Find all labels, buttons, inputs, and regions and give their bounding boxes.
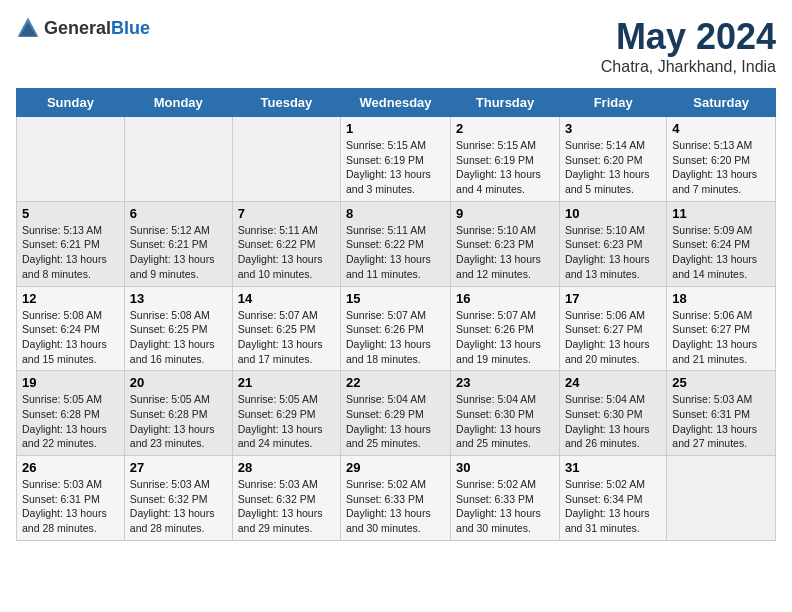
day-info: Sunrise: 5:11 AM Sunset: 6:22 PM Dayligh… [346, 223, 445, 282]
day-number: 5 [22, 206, 119, 221]
calendar-cell: 26Sunrise: 5:03 AM Sunset: 6:31 PM Dayli… [17, 456, 125, 541]
logo-blue: Blue [111, 18, 150, 38]
calendar-cell: 1Sunrise: 5:15 AM Sunset: 6:19 PM Daylig… [341, 117, 451, 202]
column-header-wednesday: Wednesday [341, 89, 451, 117]
day-number: 28 [238, 460, 335, 475]
day-info: Sunrise: 5:07 AM Sunset: 6:25 PM Dayligh… [238, 308, 335, 367]
logo-icon [16, 16, 40, 40]
day-number: 29 [346, 460, 445, 475]
calendar-cell: 20Sunrise: 5:05 AM Sunset: 6:28 PM Dayli… [124, 371, 232, 456]
day-number: 6 [130, 206, 227, 221]
day-number: 13 [130, 291, 227, 306]
calendar-cell: 3Sunrise: 5:14 AM Sunset: 6:20 PM Daylig… [559, 117, 666, 202]
day-number: 19 [22, 375, 119, 390]
calendar-cell: 7Sunrise: 5:11 AM Sunset: 6:22 PM Daylig… [232, 201, 340, 286]
calendar-cell: 11Sunrise: 5:09 AM Sunset: 6:24 PM Dayli… [667, 201, 776, 286]
column-header-monday: Monday [124, 89, 232, 117]
column-header-thursday: Thursday [451, 89, 560, 117]
day-info: Sunrise: 5:07 AM Sunset: 6:26 PM Dayligh… [456, 308, 554, 367]
column-header-saturday: Saturday [667, 89, 776, 117]
day-info: Sunrise: 5:09 AM Sunset: 6:24 PM Dayligh… [672, 223, 770, 282]
day-number: 2 [456, 121, 554, 136]
calendar-cell: 18Sunrise: 5:06 AM Sunset: 6:27 PM Dayli… [667, 286, 776, 371]
calendar-header-row: SundayMondayTuesdayWednesdayThursdayFrid… [17, 89, 776, 117]
calendar-week-row: 19Sunrise: 5:05 AM Sunset: 6:28 PM Dayli… [17, 371, 776, 456]
calendar-cell: 13Sunrise: 5:08 AM Sunset: 6:25 PM Dayli… [124, 286, 232, 371]
calendar-cell: 14Sunrise: 5:07 AM Sunset: 6:25 PM Dayli… [232, 286, 340, 371]
day-info: Sunrise: 5:10 AM Sunset: 6:23 PM Dayligh… [456, 223, 554, 282]
calendar-cell: 27Sunrise: 5:03 AM Sunset: 6:32 PM Dayli… [124, 456, 232, 541]
day-info: Sunrise: 5:02 AM Sunset: 6:33 PM Dayligh… [456, 477, 554, 536]
day-number: 30 [456, 460, 554, 475]
calendar-cell [17, 117, 125, 202]
day-info: Sunrise: 5:15 AM Sunset: 6:19 PM Dayligh… [346, 138, 445, 197]
day-number: 22 [346, 375, 445, 390]
calendar-cell [667, 456, 776, 541]
day-info: Sunrise: 5:07 AM Sunset: 6:26 PM Dayligh… [346, 308, 445, 367]
calendar-cell: 28Sunrise: 5:03 AM Sunset: 6:32 PM Dayli… [232, 456, 340, 541]
day-number: 8 [346, 206, 445, 221]
logo: GeneralBlue [16, 16, 150, 40]
day-info: Sunrise: 5:14 AM Sunset: 6:20 PM Dayligh… [565, 138, 661, 197]
calendar-cell: 25Sunrise: 5:03 AM Sunset: 6:31 PM Dayli… [667, 371, 776, 456]
day-number: 12 [22, 291, 119, 306]
calendar-table: SundayMondayTuesdayWednesdayThursdayFrid… [16, 88, 776, 541]
day-info: Sunrise: 5:05 AM Sunset: 6:28 PM Dayligh… [22, 392, 119, 451]
day-info: Sunrise: 5:12 AM Sunset: 6:21 PM Dayligh… [130, 223, 227, 282]
title-area: May 2024 Chatra, Jharkhand, India [601, 16, 776, 76]
day-number: 11 [672, 206, 770, 221]
calendar-cell [232, 117, 340, 202]
calendar-cell [124, 117, 232, 202]
day-number: 18 [672, 291, 770, 306]
logo-general: General [44, 18, 111, 38]
calendar-cell: 6Sunrise: 5:12 AM Sunset: 6:21 PM Daylig… [124, 201, 232, 286]
calendar-cell: 4Sunrise: 5:13 AM Sunset: 6:20 PM Daylig… [667, 117, 776, 202]
day-number: 27 [130, 460, 227, 475]
day-info: Sunrise: 5:13 AM Sunset: 6:20 PM Dayligh… [672, 138, 770, 197]
day-info: Sunrise: 5:10 AM Sunset: 6:23 PM Dayligh… [565, 223, 661, 282]
day-number: 10 [565, 206, 661, 221]
calendar-week-row: 26Sunrise: 5:03 AM Sunset: 6:31 PM Dayli… [17, 456, 776, 541]
day-number: 25 [672, 375, 770, 390]
day-info: Sunrise: 5:02 AM Sunset: 6:34 PM Dayligh… [565, 477, 661, 536]
day-number: 20 [130, 375, 227, 390]
calendar-week-row: 5Sunrise: 5:13 AM Sunset: 6:21 PM Daylig… [17, 201, 776, 286]
calendar-cell: 10Sunrise: 5:10 AM Sunset: 6:23 PM Dayli… [559, 201, 666, 286]
day-number: 21 [238, 375, 335, 390]
day-info: Sunrise: 5:08 AM Sunset: 6:24 PM Dayligh… [22, 308, 119, 367]
day-info: Sunrise: 5:11 AM Sunset: 6:22 PM Dayligh… [238, 223, 335, 282]
day-number: 14 [238, 291, 335, 306]
calendar-cell: 31Sunrise: 5:02 AM Sunset: 6:34 PM Dayli… [559, 456, 666, 541]
day-info: Sunrise: 5:15 AM Sunset: 6:19 PM Dayligh… [456, 138, 554, 197]
calendar-cell: 17Sunrise: 5:06 AM Sunset: 6:27 PM Dayli… [559, 286, 666, 371]
day-info: Sunrise: 5:02 AM Sunset: 6:33 PM Dayligh… [346, 477, 445, 536]
day-info: Sunrise: 5:04 AM Sunset: 6:30 PM Dayligh… [565, 392, 661, 451]
calendar-cell: 5Sunrise: 5:13 AM Sunset: 6:21 PM Daylig… [17, 201, 125, 286]
day-number: 26 [22, 460, 119, 475]
day-number: 23 [456, 375, 554, 390]
calendar-cell: 21Sunrise: 5:05 AM Sunset: 6:29 PM Dayli… [232, 371, 340, 456]
calendar-cell: 24Sunrise: 5:04 AM Sunset: 6:30 PM Dayli… [559, 371, 666, 456]
day-info: Sunrise: 5:05 AM Sunset: 6:29 PM Dayligh… [238, 392, 335, 451]
day-info: Sunrise: 5:06 AM Sunset: 6:27 PM Dayligh… [565, 308, 661, 367]
day-info: Sunrise: 5:05 AM Sunset: 6:28 PM Dayligh… [130, 392, 227, 451]
calendar-cell: 9Sunrise: 5:10 AM Sunset: 6:23 PM Daylig… [451, 201, 560, 286]
calendar-cell: 16Sunrise: 5:07 AM Sunset: 6:26 PM Dayli… [451, 286, 560, 371]
calendar-cell: 15Sunrise: 5:07 AM Sunset: 6:26 PM Dayli… [341, 286, 451, 371]
calendar-cell: 12Sunrise: 5:08 AM Sunset: 6:24 PM Dayli… [17, 286, 125, 371]
subtitle: Chatra, Jharkhand, India [601, 58, 776, 76]
day-info: Sunrise: 5:04 AM Sunset: 6:30 PM Dayligh… [456, 392, 554, 451]
calendar-cell: 23Sunrise: 5:04 AM Sunset: 6:30 PM Dayli… [451, 371, 560, 456]
column-header-tuesday: Tuesday [232, 89, 340, 117]
day-number: 4 [672, 121, 770, 136]
main-title: May 2024 [601, 16, 776, 58]
calendar-cell: 22Sunrise: 5:04 AM Sunset: 6:29 PM Dayli… [341, 371, 451, 456]
day-number: 24 [565, 375, 661, 390]
day-number: 15 [346, 291, 445, 306]
day-number: 16 [456, 291, 554, 306]
day-info: Sunrise: 5:03 AM Sunset: 6:32 PM Dayligh… [238, 477, 335, 536]
column-header-friday: Friday [559, 89, 666, 117]
day-info: Sunrise: 5:03 AM Sunset: 6:31 PM Dayligh… [672, 392, 770, 451]
day-number: 31 [565, 460, 661, 475]
calendar-week-row: 12Sunrise: 5:08 AM Sunset: 6:24 PM Dayli… [17, 286, 776, 371]
